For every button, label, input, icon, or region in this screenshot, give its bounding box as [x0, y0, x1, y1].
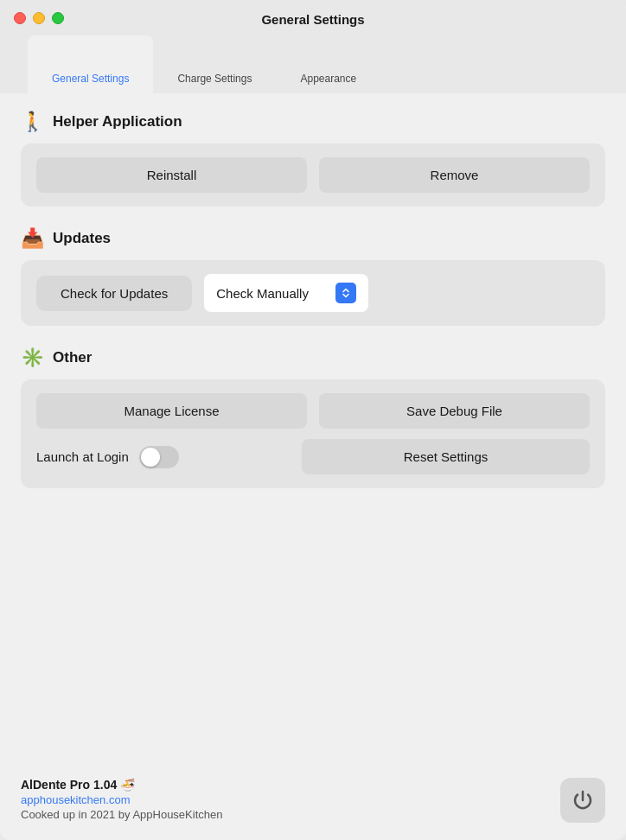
- footer: AlDente Pro 1.04 🍜 apphousekitchen.com C…: [0, 760, 626, 840]
- launch-at-login-container: Launch at Login: [36, 446, 290, 468]
- maximize-button[interactable]: [52, 12, 64, 24]
- tab-appearance[interactable]: Appearance: [276, 35, 380, 93]
- other-section-title: Other: [53, 349, 92, 366]
- main-window: General Settings General Settings: [0, 0, 626, 840]
- tab-charge[interactable]: Charge Settings: [153, 35, 276, 93]
- main-content: 🚶 Helper Application Reinstall Remove 📥 …: [0, 93, 626, 760]
- remove-button[interactable]: Remove: [319, 157, 590, 193]
- reinstall-button[interactable]: Reinstall: [36, 157, 307, 193]
- other-card: Manage License Save Debug File Launch at…: [21, 379, 605, 488]
- minimize-button[interactable]: [33, 12, 45, 24]
- helper-section-header: 🚶 Helper Application: [21, 111, 605, 133]
- updates-row: Check for Updates Check Manually: [36, 274, 590, 312]
- launch-at-login-toggle[interactable]: [139, 446, 179, 468]
- tab-bar: General Settings Charge Settings: [14, 35, 612, 93]
- helper-buttons-row: Reinstall Remove: [36, 157, 590, 193]
- window-title: General Settings: [261, 12, 364, 27]
- launch-at-login-label: Launch at Login: [36, 449, 129, 464]
- updates-section-header: 📥 Updates: [21, 227, 605, 250]
- tab-general[interactable]: General Settings: [28, 35, 153, 93]
- updates-card: Check for Updates Check Manually: [21, 260, 605, 326]
- footer-link[interactable]: apphousekitchen.com: [21, 793, 222, 806]
- other-row-2: Launch at Login Reset Settings: [36, 439, 590, 474]
- power-icon: [572, 789, 594, 811]
- helper-icon: 🚶: [21, 111, 44, 133]
- traffic-lights: [14, 12, 64, 24]
- helper-section-title: Helper Application: [53, 113, 182, 130]
- tab-appearance-label: Appearance: [300, 73, 356, 85]
- check-manually-select[interactable]: Check Manually: [204, 274, 368, 312]
- other-section-header: ✳️ Other: [21, 347, 605, 369]
- updates-section-title: Updates: [53, 230, 111, 247]
- app-name: AlDente Pro 1.04 🍜: [21, 778, 222, 792]
- save-debug-button[interactable]: Save Debug File: [319, 393, 590, 429]
- toggle-knob: [141, 448, 160, 467]
- check-manually-label: Check Manually: [216, 286, 329, 301]
- power-button[interactable]: [560, 778, 605, 823]
- other-icon: ✳️: [21, 347, 44, 369]
- reset-settings-button[interactable]: Reset Settings: [302, 439, 590, 474]
- footer-credit: Cooked up in 2021 by AppHouseKitchen: [21, 808, 222, 821]
- tab-general-label: General Settings: [52, 73, 129, 85]
- other-row-1: Manage License Save Debug File: [36, 393, 590, 429]
- manage-license-button[interactable]: Manage License: [36, 393, 307, 429]
- helper-card: Reinstall Remove: [21, 143, 605, 207]
- tab-charge-label: Charge Settings: [177, 73, 252, 85]
- chevron-updown-icon: [335, 283, 356, 303]
- close-button[interactable]: [14, 12, 26, 24]
- check-updates-button[interactable]: Check for Updates: [36, 276, 192, 311]
- updates-icon: 📥: [21, 227, 44, 250]
- footer-info: AlDente Pro 1.04 🍜 apphousekitchen.com C…: [21, 778, 222, 821]
- titlebar: General Settings General Settings: [0, 0, 626, 93]
